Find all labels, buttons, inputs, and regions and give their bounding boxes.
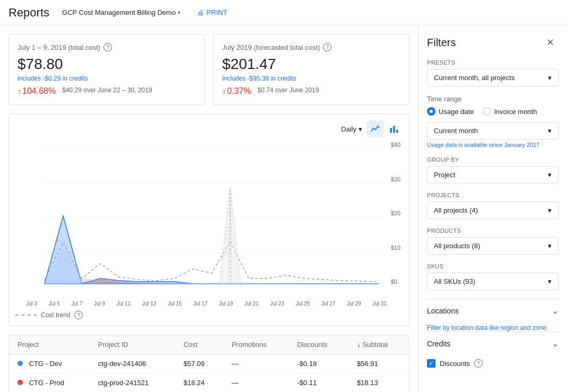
discounts-label: Discounts bbox=[440, 360, 470, 368]
filters-title: Filters bbox=[427, 37, 456, 49]
cost-trend-help-icon[interactable]: ? bbox=[74, 311, 83, 319]
group-by-value: Project bbox=[434, 171, 455, 179]
presets-select[interactable]: Current month, all projects ▾ bbox=[427, 69, 559, 86]
granularity-select[interactable]: Daily ▾ bbox=[341, 125, 362, 133]
cost-table: Project Project ID Cost Promotions Disco… bbox=[9, 335, 409, 392]
print-button[interactable]: 🖨 PRINT bbox=[197, 8, 227, 16]
table-row: CTG - Dev ctg-dev-241406 $57.09 — -$0.18… bbox=[9, 354, 409, 373]
chart-type-toggle bbox=[367, 120, 403, 137]
up-arrow-icon: ↑ bbox=[18, 87, 21, 95]
sort-icon: ↓ bbox=[357, 341, 361, 349]
print-label: PRINT bbox=[206, 8, 227, 16]
invoice-month-radio[interactable]: Invoice month bbox=[483, 107, 537, 116]
forecast-credit: includes -$95.38 in credits bbox=[222, 75, 400, 82]
group-by-label: Group by bbox=[427, 156, 559, 163]
projects-select[interactable]: All projects (4) ▾ bbox=[427, 202, 559, 219]
forecast-change: ↑ 0.37% $0.74 over June 2019 bbox=[222, 86, 400, 96]
presets-value: Current month, all projects bbox=[434, 74, 514, 82]
row2-project-name: CTG - Prod bbox=[29, 379, 64, 387]
locations-collapse-icon: ⌄ bbox=[552, 306, 559, 316]
svg-marker-8 bbox=[45, 216, 379, 284]
page-title: Reports bbox=[8, 6, 49, 20]
chart-section: Daily ▾ bbox=[8, 114, 409, 326]
row2-cost: $18.24 bbox=[175, 373, 223, 393]
presets-dropdown-icon: ▾ bbox=[548, 74, 552, 82]
row2-discounts: -$0.11 bbox=[289, 373, 348, 393]
project-name: GCP Cost Management Billing Demo bbox=[62, 8, 176, 16]
row2-project-id: ctg-prod-241521 bbox=[90, 373, 175, 393]
forecast-help-icon[interactable]: ? bbox=[323, 43, 332, 51]
filters-header: Filters ✕ bbox=[427, 34, 559, 51]
x-label-jul13: Jul 13 bbox=[142, 301, 156, 307]
projects-value: All projects (4) bbox=[434, 206, 478, 214]
row1-promotions: — bbox=[223, 354, 289, 373]
x-label-jul9: Jul 9 bbox=[94, 301, 105, 307]
actual-change-pct: ↑ 104.68% bbox=[18, 86, 56, 96]
project-selector[interactable]: GCP Cost Management Billing Demo ▾ bbox=[58, 6, 185, 19]
credits-collapse-icon: ⌄ bbox=[552, 338, 559, 349]
bar-chart-button[interactable] bbox=[386, 120, 403, 137]
projects-group: Projects All projects (4) ▾ bbox=[427, 192, 559, 219]
credits-section: Credits ⌄ ✓ Discounts ? bbox=[427, 332, 559, 372]
project-dropdown-icon: ▾ bbox=[178, 10, 180, 15]
cost-trend-dash bbox=[15, 315, 37, 316]
row2-promotions: — bbox=[223, 373, 289, 393]
svg-rect-2 bbox=[396, 130, 398, 133]
skus-value: All SKUs (93) bbox=[434, 277, 475, 285]
y-label-0: $0 bbox=[391, 278, 400, 285]
chart-controls: Daily ▾ bbox=[15, 120, 403, 137]
forecast-change-desc: $0.74 over June 2019 bbox=[257, 86, 319, 96]
close-filters-button[interactable]: ✕ bbox=[542, 34, 559, 51]
actual-change: ↑ 104.68% $40.29 over June 22 – 30, 2019 bbox=[18, 86, 196, 96]
col-project-id: Project ID bbox=[90, 335, 175, 354]
svg-rect-1 bbox=[393, 126, 395, 133]
x-label-jul3: Jul 3 bbox=[26, 301, 37, 307]
actual-pct-text: 104.68% bbox=[22, 86, 56, 96]
row1-project-id: ctg-dev-241406 bbox=[90, 354, 175, 373]
products-select[interactable]: All products (8) ▾ bbox=[427, 237, 559, 255]
svg-marker-12 bbox=[220, 187, 241, 284]
cost-trend-label: Cost trend bbox=[41, 311, 70, 319]
y-label-10: $10 bbox=[391, 245, 400, 251]
usage-date-radio[interactable]: Usage date bbox=[427, 107, 474, 116]
forecast-up-arrow-icon: ↑ bbox=[222, 87, 226, 95]
locations-collapsible-header[interactable]: Locations ⌄ bbox=[427, 299, 559, 322]
summary-card-forecast-title: July 2019 (forecasted total cost) ? bbox=[222, 43, 400, 51]
row1-subtotal: $56.91 bbox=[348, 354, 409, 373]
current-month-select[interactable]: Current month ▾ bbox=[427, 122, 559, 140]
x-label-jul17: Jul 17 bbox=[194, 301, 208, 307]
x-label-jul15: Jul 15 bbox=[168, 301, 182, 307]
group-by-select[interactable]: Project ▾ bbox=[427, 166, 559, 184]
discounts-checkbox[interactable]: ✓ bbox=[427, 359, 435, 368]
locations-link[interactable]: Filter by location data like region and … bbox=[427, 324, 559, 332]
x-label-jul25: Jul 25 bbox=[296, 301, 310, 307]
svg-rect-0 bbox=[390, 128, 392, 133]
skus-label: SKUs bbox=[427, 263, 559, 269]
app-header: Reports GCP Cost Management Billing Demo… bbox=[0, 0, 567, 25]
skus-select[interactable]: All SKUs (93) ▾ bbox=[427, 273, 559, 290]
actual-help-icon[interactable]: ? bbox=[103, 43, 112, 51]
presets-group: Presets Current month, all projects ▾ bbox=[427, 59, 559, 86]
summary-card-forecast: July 2019 (forecasted total cost) ? $201… bbox=[213, 34, 409, 105]
actual-cost: $78.80 bbox=[18, 56, 196, 73]
col-subtotal[interactable]: ↓ Subtotal bbox=[348, 335, 409, 354]
discounts-help-icon[interactable]: ? bbox=[474, 359, 483, 368]
col-cost: Cost bbox=[175, 335, 223, 354]
time-range-label: Time range bbox=[427, 95, 559, 103]
line-chart-button[interactable] bbox=[367, 120, 383, 137]
chart-svg bbox=[15, 142, 403, 290]
forecast-title-text: July 2019 (forecasted total cost) bbox=[222, 43, 320, 51]
skus-group: SKUs All SKUs (93) ▾ bbox=[427, 263, 559, 290]
discounts-checkbox-row: ✓ Discounts ? bbox=[427, 359, 559, 368]
table-header-row: Project Project ID Cost Promotions Disco… bbox=[9, 335, 409, 354]
credits-collapsible-header[interactable]: Credits ⌄ bbox=[427, 332, 559, 355]
y-label-40: $40 bbox=[391, 142, 400, 148]
left-panel: July 1 – 9, 2019 (total cost) ? $78.80 i… bbox=[0, 25, 418, 392]
credits-content: ✓ Discounts ? bbox=[427, 355, 559, 372]
x-axis-labels: Jul 3 Jul 5 Jul 7 Jul 9 Jul 11 Jul 13 Ju… bbox=[15, 301, 403, 307]
group-by-dropdown-icon: ▾ bbox=[548, 171, 552, 179]
usage-date-radio-circle bbox=[427, 107, 435, 116]
actual-change-desc: $40.29 over June 22 – 30, 2019 bbox=[62, 86, 152, 96]
projects-label: Projects bbox=[427, 192, 559, 198]
col-promotions: Promotions bbox=[223, 335, 289, 354]
